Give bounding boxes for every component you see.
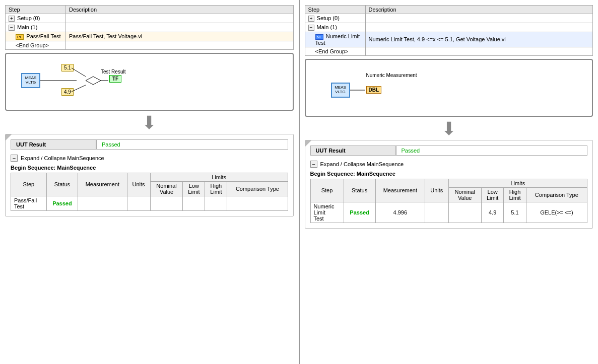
left-diagram-svg (11, 59, 288, 107)
svg-line-2 (72, 85, 86, 92)
left-expand-btn[interactable]: − (11, 155, 18, 162)
right-numeric-row[interactable]: NL Numeric Limit Test Numeric Limit Test… (305, 32, 593, 47)
left-endgroup-label: <End Group> (6, 41, 66, 49)
left-uut-value: Passed (96, 139, 288, 150)
right-setup-row: + Setup (0) (305, 14, 593, 23)
right-row1-comparison: GELE(>= <=) (526, 202, 587, 223)
right-main-label: Main (1) (317, 24, 337, 30)
left-th-status: Status (46, 173, 78, 196)
left-row1-high (205, 196, 227, 210)
right-row1-units (425, 202, 448, 223)
left-endgroup-row: <End Group> (6, 41, 294, 49)
right-th-limits: Limits (448, 179, 587, 187)
left-panel: Step Description + Setup (0) − Main (1) (0, 0, 299, 364)
right-row1-high: 5.1 (504, 202, 526, 223)
right-endgroup-desc (365, 47, 593, 55)
right-th-measurement: Measurement (375, 179, 425, 202)
svg-marker-3 (86, 77, 101, 85)
left-setup-row: + Setup (0) (6, 14, 294, 23)
left-row1-nominal (150, 196, 183, 210)
right-col-step: Step (305, 6, 365, 14)
left-setup-label: Setup (0) (17, 15, 40, 21)
left-passfail-label: Pass/Fail Test (26, 33, 60, 39)
left-expand-label: Expand / Collapse MainSequence (21, 155, 104, 161)
right-th-nominal: Nominal Value (448, 187, 481, 202)
right-data-table: Step Status Measurement Units Limits Nom… (310, 179, 588, 223)
right-expand-section: − Expand / Collapse MainSequence (310, 161, 588, 168)
right-endgroup-label: <End Group> (305, 47, 365, 55)
right-arrow: ⬇ (305, 120, 593, 138)
right-uut-result-row: UUT Result Passed (310, 145, 588, 156)
right-row1-status: Passed (344, 202, 375, 223)
right-endgroup-row: <End Group> (305, 47, 593, 55)
svg-line-1 (72, 68, 86, 77)
left-th-measurement: Measurement (78, 173, 127, 196)
left-expand-section: − Expand / Collapse MainSequence (11, 155, 288, 162)
right-th-low: Low Limit (481, 187, 503, 202)
right-step-table: Step Description + Setup (0) − Main (1) (305, 5, 593, 56)
left-row1-step: Pass/Fail Test (11, 196, 47, 210)
left-uut-result-row: UUT Result Passed (11, 139, 288, 150)
left-passfail-row[interactable]: PF Pass/Fail Test Pass/Fail Test, Test V… (6, 32, 294, 41)
left-endgroup-desc (66, 41, 294, 49)
left-setup-desc (66, 14, 294, 23)
left-th-nominal: Nominal Value (150, 181, 183, 196)
right-main-desc (365, 23, 593, 32)
left-diagram-box: MEAS VLTG 5.1 4.9 Test Result TF (5, 53, 294, 111)
right-th-units: Units (425, 179, 448, 202)
left-vi-diagram: MEAS VLTG 5.1 4.9 Test Result TF (11, 59, 288, 107)
right-data-row: Numeric Limit Test Passed 4.996 4.9 5.1 … (310, 202, 587, 223)
left-uut-label: UUT Result (11, 139, 96, 150)
right-main-expand-icon[interactable]: − (308, 25, 314, 31)
left-arrow: ⬇ (5, 114, 294, 132)
left-begin-seq: Begin Sequence: MainSequence (11, 165, 288, 171)
left-row1-comparison (227, 196, 288, 210)
left-result-area: UUT Result Passed − Expand / Collapse Ma… (5, 134, 294, 216)
left-data-table: Step Status Measurement Units Limits Nom… (11, 173, 288, 211)
right-th-comparison: Comparison Type (526, 187, 587, 202)
right-th-high: High Limit (504, 187, 526, 202)
left-th-comparison: Comparison Type (227, 181, 288, 196)
main-expand-icon[interactable]: − (9, 25, 15, 31)
left-row1-units (127, 196, 150, 210)
left-col-step: Step (6, 6, 66, 14)
right-panel: Step Description + Setup (0) − Main (1) (300, 0, 599, 364)
right-uut-label: UUT Result (310, 145, 396, 156)
right-col-desc: Description (365, 6, 593, 14)
numeric-step-icon: NL (315, 34, 323, 40)
right-numeric-desc: Numeric Limit Test, 4.9 <=x <= 5.1, Get … (365, 32, 593, 47)
right-main-row: − Main (1) (305, 23, 593, 32)
left-main-row: − Main (1) (6, 23, 294, 32)
right-result-area: UUT Result Passed − Expand / Collapse Ma… (305, 140, 593, 229)
right-vi-diagram: Numeric Measurement MEAS VLTG DBL (311, 65, 587, 113)
left-main-label: Main (1) (17, 24, 37, 30)
left-data-row: Pass/Fail Test Passed (11, 196, 288, 210)
right-setup-desc (365, 14, 593, 23)
left-col-desc: Description (66, 6, 294, 14)
left-row1-status: Passed (46, 196, 78, 210)
right-uut-value: Passed (396, 145, 588, 156)
left-step-table: Step Description + Setup (0) − Main (1) (5, 5, 294, 50)
right-row1-step: Numeric Limit Test (310, 202, 344, 223)
left-th-high: High Limit (205, 181, 227, 196)
right-expand-label: Expand / Collapse MainSequence (320, 161, 404, 167)
right-th-status: Status (344, 179, 375, 202)
left-th-low: Low Limit (183, 181, 205, 196)
right-row1-low: 4.9 (481, 202, 503, 223)
right-row1-nominal (448, 202, 481, 223)
passfail-step-icon: PF (16, 34, 24, 40)
right-row1-measurement: 4.996 (375, 202, 425, 223)
left-th-step: Step (11, 173, 47, 196)
right-expand-btn[interactable]: − (310, 161, 317, 168)
left-th-units: Units (127, 173, 150, 196)
left-row1-measurement (78, 196, 127, 210)
left-main-desc (66, 23, 294, 32)
right-setup-expand-icon[interactable]: + (308, 16, 314, 22)
right-begin-seq: Begin Sequence: MainSequence (310, 171, 588, 177)
left-passfail-desc: Pass/Fail Test, Test Voltage.vi (66, 32, 294, 41)
left-row1-low (183, 196, 205, 210)
right-diagram-svg (311, 65, 587, 113)
left-th-limits: Limits (150, 173, 288, 181)
right-setup-label: Setup (0) (317, 15, 340, 21)
setup-expand-icon[interactable]: + (9, 16, 15, 22)
